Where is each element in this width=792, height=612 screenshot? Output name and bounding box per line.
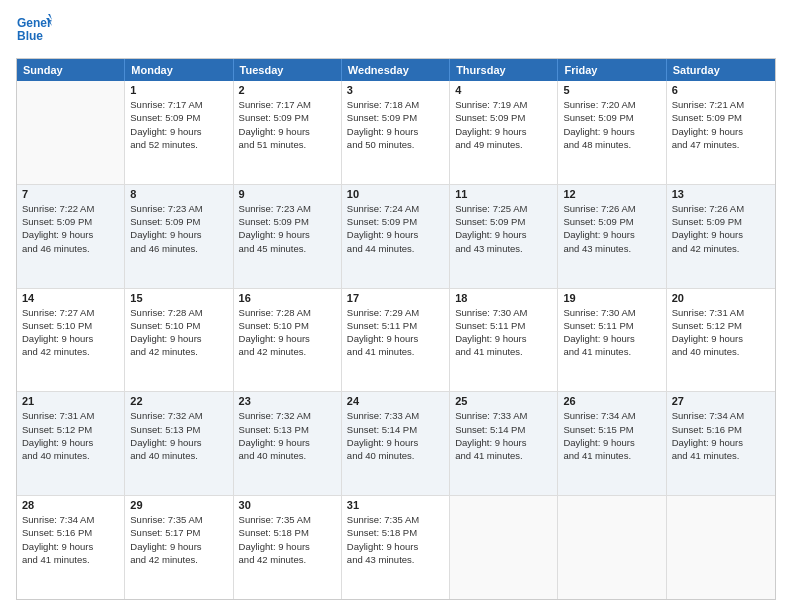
day-number: 25 [455,395,552,407]
day-info: Sunrise: 7:17 AM Sunset: 5:09 PM Dayligh… [130,98,227,151]
day-info: Sunrise: 7:21 AM Sunset: 5:09 PM Dayligh… [672,98,770,151]
calendar-cell-27: 27Sunrise: 7:34 AM Sunset: 5:16 PM Dayli… [667,392,775,495]
day-number: 20 [672,292,770,304]
day-info: Sunrise: 7:18 AM Sunset: 5:09 PM Dayligh… [347,98,444,151]
header-day-wednesday: Wednesday [342,59,450,81]
calendar: SundayMondayTuesdayWednesdayThursdayFrid… [16,58,776,600]
day-number: 13 [672,188,770,200]
calendar-cell-20: 20Sunrise: 7:31 AM Sunset: 5:12 PM Dayli… [667,289,775,392]
day-info: Sunrise: 7:31 AM Sunset: 5:12 PM Dayligh… [22,409,119,462]
calendar-cell-12: 12Sunrise: 7:26 AM Sunset: 5:09 PM Dayli… [558,185,666,288]
day-info: Sunrise: 7:32 AM Sunset: 5:13 PM Dayligh… [130,409,227,462]
day-number: 10 [347,188,444,200]
day-number: 17 [347,292,444,304]
calendar-week-4: 21Sunrise: 7:31 AM Sunset: 5:12 PM Dayli… [17,392,775,496]
calendar-cell-9: 9Sunrise: 7:23 AM Sunset: 5:09 PM Daylig… [234,185,342,288]
day-info: Sunrise: 7:20 AM Sunset: 5:09 PM Dayligh… [563,98,660,151]
day-info: Sunrise: 7:34 AM Sunset: 5:15 PM Dayligh… [563,409,660,462]
calendar-body: 1Sunrise: 7:17 AM Sunset: 5:09 PM Daylig… [17,81,775,599]
calendar-cell-7: 7Sunrise: 7:22 AM Sunset: 5:09 PM Daylig… [17,185,125,288]
day-number: 9 [239,188,336,200]
calendar-cell-2: 2Sunrise: 7:17 AM Sunset: 5:09 PM Daylig… [234,81,342,184]
calendar-cell-10: 10Sunrise: 7:24 AM Sunset: 5:09 PM Dayli… [342,185,450,288]
calendar-cell-11: 11Sunrise: 7:25 AM Sunset: 5:09 PM Dayli… [450,185,558,288]
header-day-thursday: Thursday [450,59,558,81]
header-day-saturday: Saturday [667,59,775,81]
day-info: Sunrise: 7:23 AM Sunset: 5:09 PM Dayligh… [239,202,336,255]
calendar-cell-15: 15Sunrise: 7:28 AM Sunset: 5:10 PM Dayli… [125,289,233,392]
day-info: Sunrise: 7:26 AM Sunset: 5:09 PM Dayligh… [672,202,770,255]
day-info: Sunrise: 7:23 AM Sunset: 5:09 PM Dayligh… [130,202,227,255]
day-info: Sunrise: 7:34 AM Sunset: 5:16 PM Dayligh… [22,513,119,566]
day-number: 16 [239,292,336,304]
day-number: 26 [563,395,660,407]
calendar-week-2: 7Sunrise: 7:22 AM Sunset: 5:09 PM Daylig… [17,185,775,289]
calendar-cell-13: 13Sunrise: 7:26 AM Sunset: 5:09 PM Dayli… [667,185,775,288]
day-number: 23 [239,395,336,407]
day-number: 1 [130,84,227,96]
day-info: Sunrise: 7:30 AM Sunset: 5:11 PM Dayligh… [455,306,552,359]
day-info: Sunrise: 7:32 AM Sunset: 5:13 PM Dayligh… [239,409,336,462]
day-number: 28 [22,499,119,511]
calendar-cell-31: 31Sunrise: 7:35 AM Sunset: 5:18 PM Dayli… [342,496,450,599]
day-number: 12 [563,188,660,200]
calendar-week-1: 1Sunrise: 7:17 AM Sunset: 5:09 PM Daylig… [17,81,775,185]
calendar-header: SundayMondayTuesdayWednesdayThursdayFrid… [17,59,775,81]
calendar-cell-19: 19Sunrise: 7:30 AM Sunset: 5:11 PM Dayli… [558,289,666,392]
day-info: Sunrise: 7:28 AM Sunset: 5:10 PM Dayligh… [239,306,336,359]
day-number: 22 [130,395,227,407]
day-info: Sunrise: 7:35 AM Sunset: 5:18 PM Dayligh… [239,513,336,566]
calendar-cell-empty-6 [667,496,775,599]
day-number: 2 [239,84,336,96]
calendar-cell-25: 25Sunrise: 7:33 AM Sunset: 5:14 PM Dayli… [450,392,558,495]
header-day-tuesday: Tuesday [234,59,342,81]
calendar-cell-28: 28Sunrise: 7:34 AM Sunset: 5:16 PM Dayli… [17,496,125,599]
svg-text:Blue: Blue [17,29,43,43]
day-info: Sunrise: 7:22 AM Sunset: 5:09 PM Dayligh… [22,202,119,255]
day-number: 8 [130,188,227,200]
calendar-cell-29: 29Sunrise: 7:35 AM Sunset: 5:17 PM Dayli… [125,496,233,599]
calendar-cell-21: 21Sunrise: 7:31 AM Sunset: 5:12 PM Dayli… [17,392,125,495]
header-day-friday: Friday [558,59,666,81]
day-number: 5 [563,84,660,96]
day-info: Sunrise: 7:34 AM Sunset: 5:16 PM Dayligh… [672,409,770,462]
day-info: Sunrise: 7:29 AM Sunset: 5:11 PM Dayligh… [347,306,444,359]
calendar-cell-16: 16Sunrise: 7:28 AM Sunset: 5:10 PM Dayli… [234,289,342,392]
calendar-cell-23: 23Sunrise: 7:32 AM Sunset: 5:13 PM Dayli… [234,392,342,495]
day-info: Sunrise: 7:30 AM Sunset: 5:11 PM Dayligh… [563,306,660,359]
day-number: 21 [22,395,119,407]
calendar-cell-empty-5 [558,496,666,599]
calendar-cell-24: 24Sunrise: 7:33 AM Sunset: 5:14 PM Dayli… [342,392,450,495]
day-number: 15 [130,292,227,304]
logo-svg: General Blue [16,12,52,48]
day-info: Sunrise: 7:19 AM Sunset: 5:09 PM Dayligh… [455,98,552,151]
day-info: Sunrise: 7:24 AM Sunset: 5:09 PM Dayligh… [347,202,444,255]
calendar-cell-3: 3Sunrise: 7:18 AM Sunset: 5:09 PM Daylig… [342,81,450,184]
day-number: 31 [347,499,444,511]
day-info: Sunrise: 7:33 AM Sunset: 5:14 PM Dayligh… [455,409,552,462]
calendar-cell-1: 1Sunrise: 7:17 AM Sunset: 5:09 PM Daylig… [125,81,233,184]
calendar-cell-empty-4 [450,496,558,599]
day-info: Sunrise: 7:27 AM Sunset: 5:10 PM Dayligh… [22,306,119,359]
header-day-sunday: Sunday [17,59,125,81]
header-day-monday: Monday [125,59,233,81]
day-number: 11 [455,188,552,200]
calendar-cell-17: 17Sunrise: 7:29 AM Sunset: 5:11 PM Dayli… [342,289,450,392]
calendar-cell-26: 26Sunrise: 7:34 AM Sunset: 5:15 PM Dayli… [558,392,666,495]
calendar-cell-30: 30Sunrise: 7:35 AM Sunset: 5:18 PM Dayli… [234,496,342,599]
day-number: 6 [672,84,770,96]
day-info: Sunrise: 7:31 AM Sunset: 5:12 PM Dayligh… [672,306,770,359]
day-info: Sunrise: 7:26 AM Sunset: 5:09 PM Dayligh… [563,202,660,255]
calendar-cell-4: 4Sunrise: 7:19 AM Sunset: 5:09 PM Daylig… [450,81,558,184]
day-number: 3 [347,84,444,96]
day-number: 19 [563,292,660,304]
day-info: Sunrise: 7:33 AM Sunset: 5:14 PM Dayligh… [347,409,444,462]
day-info: Sunrise: 7:35 AM Sunset: 5:17 PM Dayligh… [130,513,227,566]
day-number: 7 [22,188,119,200]
day-number: 30 [239,499,336,511]
day-number: 14 [22,292,119,304]
day-number: 27 [672,395,770,407]
day-number: 24 [347,395,444,407]
calendar-cell-14: 14Sunrise: 7:27 AM Sunset: 5:10 PM Dayli… [17,289,125,392]
logo: General Blue [16,12,52,48]
